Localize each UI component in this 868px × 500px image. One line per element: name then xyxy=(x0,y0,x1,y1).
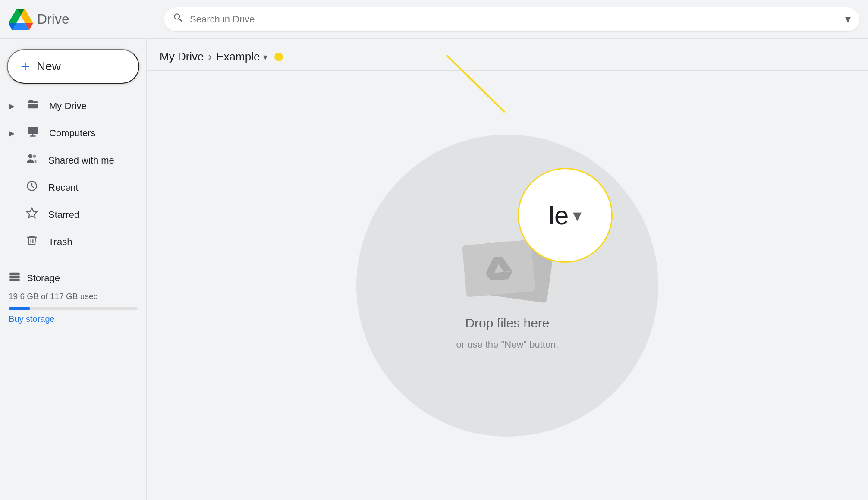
svg-rect-6 xyxy=(9,273,19,275)
search-bar[interactable]: ▾ xyxy=(164,7,859,31)
sidebar-nav: ▶ My Drive ▶ xyxy=(0,92,146,493)
folder-front xyxy=(462,239,535,297)
breadcrumb-separator: › xyxy=(208,50,212,63)
app-title: Drive xyxy=(37,11,69,27)
breadcrumb-root[interactable]: My Drive xyxy=(160,50,204,63)
storage-bar xyxy=(9,307,138,310)
sidebar-item-my-drive[interactable]: ▶ My Drive xyxy=(0,92,139,119)
storage-used-text: 19.6 GB of 117 GB used xyxy=(9,292,138,301)
starred-label: Starred xyxy=(48,209,79,220)
storage-label: Storage xyxy=(27,273,60,284)
svg-point-4 xyxy=(33,155,36,158)
folder-drive-icon xyxy=(484,254,513,282)
shared-label: Shared with me xyxy=(48,155,114,166)
breadcrumb-dropdown-icon[interactable]: ▾ xyxy=(263,52,267,62)
shared-icon xyxy=(24,153,40,168)
drop-text-sub: or use the "New" button. xyxy=(456,339,559,350)
svg-rect-8 xyxy=(9,279,19,281)
starred-icon xyxy=(24,207,40,222)
svg-point-3 xyxy=(28,154,32,158)
computers-icon xyxy=(25,126,41,141)
svg-rect-1 xyxy=(29,100,33,102)
expand-arrow-computers-icon: ▶ xyxy=(9,129,15,138)
sidebar-item-trash[interactable]: Trash xyxy=(0,228,139,255)
new-plus-icon: + xyxy=(21,59,30,74)
my-drive-icon xyxy=(25,98,41,113)
expand-arrow-icon: ▶ xyxy=(9,101,15,111)
svg-rect-2 xyxy=(28,127,38,134)
breadcrumb-current-label: Example xyxy=(216,50,260,63)
logo-area: Drive xyxy=(9,7,155,31)
drive-logo-icon xyxy=(9,7,33,31)
buy-storage-link[interactable]: Buy storage xyxy=(9,314,55,324)
annotation-dot xyxy=(274,53,283,61)
sidebar-divider xyxy=(9,260,138,260)
sidebar-item-recent[interactable]: Recent xyxy=(0,174,139,201)
sidebar-item-computers[interactable]: ▶ Computers xyxy=(0,119,139,147)
main-content: My Drive › Example ▾ le ▾ xyxy=(147,39,868,500)
new-button[interactable]: + New xyxy=(7,49,139,84)
drop-zone: le ▾ xyxy=(147,71,868,500)
sidebar-item-starred[interactable]: Starred xyxy=(0,201,139,228)
storage-section: Storage 19.6 GB of 117 GB used Buy stora… xyxy=(0,264,146,330)
sidebar: + New ▶ My Drive ▶ xyxy=(0,39,147,500)
storage-header: Storage xyxy=(9,270,138,286)
sidebar-item-shared[interactable]: Shared with me xyxy=(0,147,139,174)
my-drive-label: My Drive xyxy=(49,101,87,112)
svg-rect-7 xyxy=(9,276,19,278)
breadcrumb-bar: My Drive › Example ▾ xyxy=(147,39,868,71)
trash-label: Trash xyxy=(48,236,72,248)
new-button-label: New xyxy=(37,60,61,73)
recent-label: Recent xyxy=(48,182,79,193)
recent-icon xyxy=(24,180,40,195)
storage-icon xyxy=(9,270,21,286)
drop-circle-area[interactable]: Drop files here or use the "New" button. xyxy=(356,135,658,437)
trash-icon xyxy=(24,234,40,249)
search-icon xyxy=(173,12,184,26)
drop-text-main: Drop files here xyxy=(465,316,549,330)
storage-bar-fill xyxy=(9,307,30,310)
header: Drive ▾ xyxy=(0,0,868,39)
svg-rect-0 xyxy=(28,101,38,108)
body: + New ▶ My Drive ▶ xyxy=(0,39,868,500)
computers-label: Computers xyxy=(49,128,96,139)
search-input[interactable] xyxy=(190,14,839,25)
breadcrumb-current[interactable]: Example ▾ xyxy=(216,50,267,63)
search-dropdown-icon[interactable]: ▾ xyxy=(845,13,851,26)
folder-illustration xyxy=(464,221,550,299)
